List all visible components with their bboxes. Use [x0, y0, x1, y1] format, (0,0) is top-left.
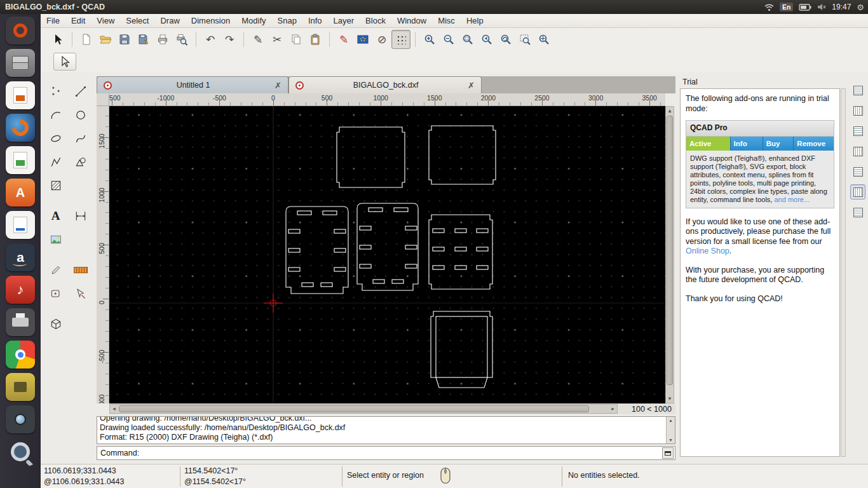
history-scrollbar[interactable]: ▲ ▼ — [666, 417, 675, 444]
menu-file[interactable]: File — [41, 14, 65, 28]
scroll-right-arrow[interactable]: ▸ — [609, 405, 617, 413]
launcher-libreoffice-impress[interactable] — [6, 81, 35, 109]
launcher-firefox[interactable] — [6, 114, 35, 142]
polyline-tools-button[interactable] — [43, 150, 68, 173]
print-preview-button[interactable] — [172, 30, 191, 49]
canvas-vertical-scrollbar[interactable]: ▲ ▼ — [665, 106, 674, 403]
addon-info-button[interactable]: Info — [731, 137, 763, 151]
menu-dimension[interactable]: Dimension — [186, 14, 236, 28]
menu-layer[interactable]: Layer — [328, 14, 360, 28]
canvas-horizontal-scrollbar[interactable]: ◂ ▸ — [109, 404, 618, 414]
launcher-printer[interactable] — [6, 308, 35, 336]
menu-window[interactable]: Window — [391, 14, 432, 28]
block-list-button[interactable] — [850, 123, 865, 139]
menu-select[interactable]: Select — [120, 14, 154, 28]
menu-block[interactable]: Block — [360, 14, 391, 28]
launcher-files[interactable] — [6, 49, 35, 77]
save-button[interactable] — [115, 30, 134, 49]
refresh-view-button[interactable] — [496, 30, 515, 49]
projection-tools-button[interactable] — [43, 312, 68, 336]
ellipse-tools-button[interactable] — [43, 126, 68, 150]
layer-list-button[interactable] — [850, 103, 865, 118]
dimension-tools-button[interactable] — [68, 204, 93, 227]
redo-button[interactable]: ↷ — [220, 30, 239, 49]
default-action-button[interactable] — [53, 53, 76, 71]
pan-zoom-button[interactable] — [534, 30, 553, 49]
session-gear-icon[interactable]: ⚙ — [857, 3, 864, 11]
addon-remove-button[interactable]: Remove — [794, 137, 834, 151]
open-file-button[interactable] — [96, 30, 115, 49]
tab-close-icon[interactable]: ✗ — [275, 81, 281, 90]
drawing-preferences-button[interactable] — [353, 30, 372, 49]
reference-points-button[interactable] — [850, 83, 865, 98]
spline-tools-button[interactable] — [68, 126, 93, 150]
previous-view-button[interactable] — [477, 30, 496, 49]
property-editor-button[interactable]: ✎ — [334, 30, 353, 49]
battery-icon[interactable] — [799, 4, 811, 11]
edit-tool-button[interactable]: ✎ — [248, 30, 268, 49]
menu-help[interactable]: Help — [461, 14, 489, 28]
image-tool-button[interactable] — [43, 227, 68, 251]
cut-button[interactable]: ✂ — [268, 30, 287, 49]
addon-buy-button[interactable]: Buy — [763, 137, 794, 151]
tab-untitled-1[interactable]: Untitled 1 ✗ — [97, 76, 288, 93]
scroll-left-arrow[interactable]: ◂ — [110, 405, 118, 413]
menu-misc[interactable]: Misc — [432, 14, 461, 28]
menu-modify[interactable]: Modify — [236, 14, 271, 28]
launcher-archive-manager[interactable] — [6, 373, 35, 401]
launcher-screenshot[interactable] — [6, 405, 35, 433]
snap-tools-button[interactable] — [43, 281, 68, 305]
trial-panel-scrollbar[interactable] — [841, 88, 846, 457]
launcher-rhythmbox[interactable]: ♪ — [6, 276, 35, 304]
save-as-button[interactable] — [134, 30, 153, 49]
launcher-ubuntu-software[interactable]: A — [6, 179, 35, 207]
menu-edit[interactable]: Edit — [65, 14, 91, 28]
history-scroll-up-icon[interactable]: ▲ — [667, 417, 675, 424]
arc-tools-button[interactable] — [43, 103, 68, 126]
line-tools-button[interactable] — [68, 79, 93, 103]
tab-close-icon[interactable]: ✗ — [468, 81, 475, 90]
drawing-canvas[interactable] — [109, 106, 665, 403]
grid-toggle-button[interactable] — [391, 30, 410, 49]
launcher-chromium[interactable] — [6, 341, 35, 369]
launcher-libreoffice-calc[interactable] — [6, 146, 35, 174]
view-list-button[interactable] — [850, 144, 865, 159]
no-fill-button[interactable]: ⊘ — [372, 30, 391, 49]
command-input[interactable] — [139, 447, 662, 459]
zoom-out-button[interactable] — [439, 30, 458, 49]
command-history[interactable]: Opening drawing: /home/nanu/Desktop/BIGA… — [97, 416, 675, 444]
point-tools-button[interactable] — [43, 79, 68, 103]
menu-draw[interactable]: Draw — [154, 14, 185, 28]
menu-info[interactable]: Info — [302, 14, 328, 28]
scroll-up-arrow[interactable]: ▲ — [666, 107, 674, 115]
tab-bigalgo-bck[interactable]: BIGALGO_bck.dxf ✗ — [288, 76, 482, 93]
undo-button[interactable]: ↶ — [201, 30, 220, 49]
zoom-window-button[interactable] — [515, 30, 534, 49]
vertical-scroll-thumb[interactable] — [667, 116, 673, 385]
scroll-down-arrow[interactable]: ▼ — [666, 395, 674, 403]
info-tools-button[interactable] — [68, 281, 93, 305]
volume-muted-icon[interactable] — [817, 3, 826, 11]
selection-tool-button[interactable] — [48, 30, 67, 49]
measure-tools-button[interactable] — [68, 258, 93, 281]
addon-active-button[interactable]: Active — [686, 137, 731, 151]
menu-view[interactable]: View — [91, 14, 120, 28]
command-options-button[interactable] — [662, 447, 674, 459]
library-browser-button[interactable] — [850, 205, 865, 220]
launcher-amazon[interactable]: a — [6, 243, 35, 271]
shape-tools-button[interactable] — [68, 150, 93, 173]
circle-tools-button[interactable] — [68, 103, 93, 126]
command-line-toggle-button[interactable] — [850, 164, 865, 179]
auto-zoom-button[interactable] — [458, 30, 477, 49]
launcher-dash[interactable] — [6, 17, 35, 44]
launcher-magnifier[interactable] — [6, 438, 35, 466]
zoom-in-button[interactable] — [420, 30, 439, 49]
text-tool-button[interactable]: A — [43, 204, 68, 227]
keyboard-indicator[interactable]: En — [780, 3, 793, 11]
wifi-icon[interactable] — [764, 3, 774, 11]
property-editor-toggle-button[interactable] — [850, 184, 865, 200]
online-shop-link[interactable]: Online Shop — [686, 247, 729, 255]
launcher-libreoffice-writer[interactable] — [6, 211, 35, 239]
history-scroll-down-icon[interactable]: ▼ — [667, 437, 675, 444]
new-file-button[interactable] — [77, 30, 96, 49]
